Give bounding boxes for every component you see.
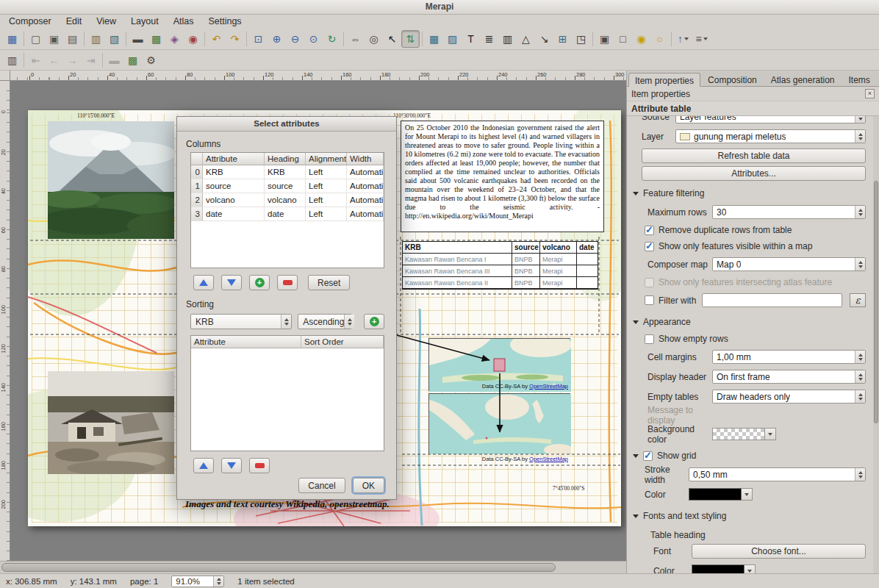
- horizontal-ruler[interactable]: 0204060801001201401601802002202402602803…: [10, 71, 626, 81]
- reset-button[interactable]: Reset: [308, 275, 350, 290]
- atlas-settings-button[interactable]: ⚙: [142, 51, 160, 69]
- ungroup-items-button[interactable]: □: [614, 30, 632, 48]
- layer-combo[interactable]: gunung merapi meletus: [675, 129, 866, 143]
- attribute-table-item[interactable]: KRBsourcevolcanodateKawasan Rawan Bencan…: [402, 241, 598, 290]
- duplicate-composition-button[interactable]: ▣: [45, 30, 63, 48]
- tab-composition[interactable]: Composition: [701, 72, 764, 86]
- add-arrow-button[interactable]: ↘: [535, 30, 553, 48]
- zoom-tool-button[interactable]: ◎: [365, 30, 383, 48]
- horizontal-scrollbar[interactable]: [0, 561, 626, 573]
- show-grid-checkbox[interactable]: [643, 451, 653, 461]
- show-visible-features-checkbox[interactable]: [645, 242, 654, 251]
- choose-font-button[interactable]: Choose font...: [692, 544, 866, 559]
- empty-tables-combo[interactable]: Draw headers only: [712, 390, 866, 404]
- save-project-button[interactable]: ▦: [3, 30, 21, 48]
- remove-attribute-button[interactable]: [277, 275, 298, 290]
- print-button[interactable]: ▬: [129, 30, 147, 48]
- align-items-button[interactable]: ≡: [692, 30, 711, 48]
- horizontal-scrollbar-thumb[interactable]: [1, 563, 556, 572]
- move-sort-up-button[interactable]: [193, 458, 214, 473]
- tab-items[interactable]: Items: [842, 72, 876, 86]
- export-as-image-button[interactable]: ▩: [147, 30, 165, 48]
- move-attribute-up-button[interactable]: [193, 275, 214, 290]
- grid-color-swatch[interactable]: [689, 488, 742, 501]
- attribute-row[interactable]: 2volcanovolcanoLeftAutomatic: [191, 193, 384, 207]
- unlock-all-items-button[interactable]: ○: [650, 30, 669, 48]
- menu-view[interactable]: View: [89, 15, 123, 28]
- background-color-dropdown[interactable]: [765, 428, 776, 440]
- display-header-combo[interactable]: On first frame: [712, 370, 866, 384]
- attribute-row[interactable]: 3datedateLeftAutomatic: [191, 207, 384, 221]
- show-grid-section-header[interactable]: Show grid: [633, 448, 866, 464]
- first-feature-button[interactable]: ⇤: [26, 51, 45, 69]
- stroke-width-spinner[interactable]: 0,50 mm: [689, 467, 866, 481]
- heading-color-dropdown[interactable]: [745, 564, 756, 573]
- add-new-label-button[interactable]: T: [462, 30, 480, 48]
- add-basic-shape-button[interactable]: △: [517, 30, 535, 48]
- sort-attribute-combo[interactable]: KRB: [190, 314, 292, 329]
- attributes-button[interactable]: Attributes...: [642, 166, 866, 181]
- overview-map-2-item[interactable]: [428, 393, 570, 453]
- expression-builder-button[interactable]: ε: [850, 293, 866, 307]
- save-as-template-button[interactable]: ▧: [105, 30, 123, 48]
- volcano-photo-item[interactable]: [48, 121, 174, 239]
- menu-edit[interactable]: Edit: [59, 15, 90, 28]
- zoom-actual-button[interactable]: ⊙: [304, 30, 323, 48]
- cell-margins-spinner[interactable]: 1,00 mm: [712, 350, 866, 364]
- export-atlas-button[interactable]: ▩: [123, 51, 142, 69]
- window-titlebar[interactable]: Merapi: [0, 0, 879, 15]
- menu-layout[interactable]: Layout: [123, 15, 166, 28]
- last-feature-button[interactable]: ⇥: [82, 51, 100, 69]
- add-new-legend-button[interactable]: ≣: [480, 30, 498, 48]
- next-feature-button[interactable]: →: [63, 51, 82, 69]
- menu-atlas[interactable]: Atlas: [166, 15, 201, 28]
- dialog-titlebar[interactable]: Select attributes: [177, 117, 396, 132]
- source-combo[interactable]: Layer features: [675, 116, 866, 123]
- intersect-atlas-checkbox[interactable]: [645, 278, 654, 287]
- lock-items-button[interactable]: ◉: [632, 30, 650, 48]
- close-panel-button[interactable]: ×: [865, 89, 875, 98]
- print-atlas-button[interactable]: ▬: [105, 51, 123, 69]
- attribute-row[interactable]: 1sourcesourceLeftAutomatic: [191, 179, 384, 193]
- refresh-table-data-button[interactable]: Refresh table data: [642, 148, 866, 163]
- menu-composer[interactable]: Composer: [1, 15, 59, 28]
- add-sort-column-button[interactable]: +: [364, 314, 384, 329]
- article-text-item[interactable]: On 25 October 2010 the Indonesian govern…: [401, 121, 604, 232]
- add-new-map-button[interactable]: ▦: [425, 30, 443, 48]
- preview-atlas-button[interactable]: ▥: [3, 51, 21, 69]
- composer-map-combo[interactable]: Map 0: [712, 257, 866, 271]
- remove-sort-button[interactable]: [249, 458, 270, 473]
- add-html-frame-button[interactable]: ◳: [572, 30, 590, 48]
- move-attribute-down-button[interactable]: [221, 275, 242, 290]
- menu-settings[interactable]: Settings: [201, 15, 248, 28]
- add-new-scalebar-button[interactable]: ▥: [498, 30, 517, 48]
- group-items-button[interactable]: ▣: [595, 30, 614, 48]
- previous-feature-button[interactable]: ←: [45, 51, 63, 69]
- zoom-in-button[interactable]: ⊕: [268, 30, 286, 48]
- export-as-pdf-button[interactable]: ◉: [184, 30, 202, 48]
- maximum-rows-spinner[interactable]: 30: [712, 205, 866, 219]
- refresh-view-button[interactable]: ↻: [323, 30, 341, 48]
- panel-scrollbar[interactable]: [873, 116, 879, 573]
- move-sort-down-button[interactable]: [221, 458, 242, 473]
- background-color-swatch[interactable]: [712, 428, 765, 440]
- attribute-row[interactable]: 0KRBKRBLeftAutomatic: [191, 165, 384, 179]
- add-attribute-table-button[interactable]: ⊞: [553, 30, 572, 48]
- tab-atlas-generation[interactable]: Atlas generation: [764, 72, 842, 86]
- cancel-button[interactable]: Cancel: [298, 478, 345, 493]
- show-empty-rows-checkbox[interactable]: [645, 334, 654, 344]
- pan-composer-button[interactable]: ⇔: [346, 30, 365, 48]
- filter-with-checkbox[interactable]: [645, 295, 654, 305]
- ok-button[interactable]: OK: [353, 478, 384, 493]
- grid-color-dropdown[interactable]: [742, 488, 753, 501]
- vertical-ruler[interactable]: 020406080100120140160180200: [0, 81, 10, 561]
- zoom-combo[interactable]: 91.0%: [171, 576, 224, 587]
- zoom-out-button[interactable]: ⊖: [286, 30, 304, 48]
- raise-items-button[interactable]: ↑: [674, 30, 692, 48]
- add-image-button[interactable]: ▨: [443, 30, 462, 48]
- zoom-full-button[interactable]: ⊡: [249, 30, 268, 48]
- panel-scrollbar-thumb[interactable]: [874, 181, 878, 423]
- move-item-content-button[interactable]: ⇅: [401, 30, 420, 48]
- tab-item-properties[interactable]: Item properties: [628, 73, 700, 87]
- add-attribute-button[interactable]: +: [249, 275, 270, 290]
